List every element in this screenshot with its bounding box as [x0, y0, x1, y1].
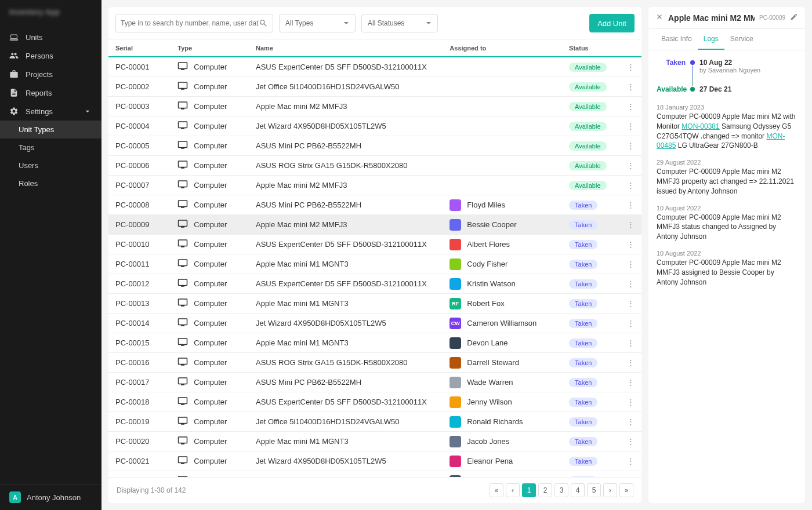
search-icon — [259, 19, 268, 28]
pagination-summary: Displaying 1-30 of 142 — [117, 486, 186, 494]
status-badge: Available — [569, 141, 606, 151]
row-actions-icon[interactable]: ⋮ — [627, 279, 635, 288]
detail-tabs: Basic InfoLogsService — [648, 29, 805, 50]
row-actions-icon[interactable]: ⋮ — [627, 378, 635, 387]
row-actions-icon[interactable]: ⋮ — [627, 398, 635, 406]
sidebar-item-projects[interactable]: Projects — [0, 65, 102, 83]
row-actions-icon[interactable]: ⋮ — [627, 417, 635, 426]
row-actions-icon[interactable]: ⋮ — [627, 122, 635, 130]
table-row[interactable]: PC-00006ComputerASUS ROG Strix GA15 G15D… — [108, 156, 641, 176]
row-actions-icon[interactable]: ⋮ — [627, 102, 635, 111]
table-row[interactable]: PC-00012ComputerASUS ExpertCenter D5 SFF… — [108, 274, 641, 294]
row-actions-icon[interactable]: ⋮ — [627, 260, 635, 268]
main: All Types All Statuses Add Unit Serial T… — [102, 0, 648, 510]
row-actions-icon[interactable]: ⋮ — [627, 181, 635, 190]
row-actions-icon[interactable]: ⋮ — [627, 319, 635, 327]
tab-service[interactable]: Service — [724, 29, 759, 50]
row-actions-icon[interactable]: ⋮ — [627, 358, 635, 367]
computer-icon — [177, 416, 188, 428]
col-assigned[interactable]: Assigned to — [443, 40, 562, 57]
table-row[interactable]: PC-00001ComputerASUS ExpertCenter D5 SFF… — [108, 57, 641, 77]
table-row[interactable]: PC-00002ComputerJet Office 5i10400D16HD1… — [108, 77, 641, 97]
table-row[interactable]: PC-00015ComputerApple Mac mini M1 MGNT3D… — [108, 333, 641, 353]
row-actions-icon[interactable]: ⋮ — [627, 63, 635, 71]
table-row[interactable]: PC-00011ComputerApple Mac mini M1 MGNT3C… — [108, 254, 641, 274]
row-actions-icon[interactable]: ⋮ — [627, 141, 635, 150]
user-avatar: A — [9, 491, 21, 503]
table-row[interactable]: PC-00017ComputerASUS Mini PC PB62-B5522M… — [108, 373, 641, 392]
tab-basic-info[interactable]: Basic Info — [655, 29, 698, 50]
table-row[interactable]: PC-00021ComputerJet Wizard 4X950D8HD05X1… — [108, 451, 641, 471]
status-badge: Taken — [569, 437, 597, 446]
avatar — [449, 219, 461, 231]
col-status[interactable]: Status — [562, 40, 620, 57]
row-actions-icon[interactable]: ⋮ — [627, 201, 635, 209]
log-entry: 10 August 2022Computer PC-00009 Apple Ma… — [657, 250, 797, 287]
row-actions-icon[interactable]: ⋮ — [627, 161, 635, 170]
sidebar-subitem-roles[interactable]: Roles — [0, 174, 102, 192]
table-row[interactable]: PC-00004ComputerJet Wizard 4X950D8HD05X1… — [108, 116, 641, 136]
tab-logs[interactable]: Logs — [698, 29, 724, 50]
col-name[interactable]: Name — [249, 40, 443, 57]
col-type[interactable]: Type — [171, 40, 249, 57]
page-next[interactable]: › — [603, 483, 617, 497]
row-actions-icon[interactable]: ⋮ — [627, 299, 635, 308]
add-unit-button[interactable]: Add Unit — [589, 14, 635, 32]
table-row[interactable]: PC-00020ComputerApple Mac mini M1 MGNT3J… — [108, 432, 641, 451]
search-field[interactable] — [121, 19, 259, 27]
page-4[interactable]: 4 — [571, 483, 585, 497]
search-input[interactable] — [115, 14, 273, 32]
table-row[interactable]: PC-00019ComputerJet Office 5i10400D16HD1… — [108, 412, 641, 432]
log-text: Computer PC-00009 Apple Mac mini M2 MMFJ… — [657, 213, 797, 242]
row-actions-icon[interactable]: ⋮ — [627, 220, 635, 229]
page-prev[interactable]: ‹ — [506, 483, 520, 497]
avatar — [449, 357, 461, 369]
row-actions-icon[interactable]: ⋮ — [627, 82, 635, 91]
type-filter[interactable]: All Types — [279, 14, 356, 32]
sidebar-subitem-tags[interactable]: Tags — [0, 139, 102, 156]
sidebar-user[interactable]: A Antony Johnson — [0, 484, 102, 510]
detail-panel: Apple Mac mini M2 MM... PC-00009 Basic I… — [648, 7, 805, 503]
computer-icon — [177, 376, 188, 388]
status-filter[interactable]: All Statuses — [361, 14, 438, 32]
cell-name: Jet Wizard 4X950D8HD05X105TL2W5 — [249, 314, 443, 333]
row-actions-icon[interactable]: ⋮ — [627, 437, 635, 446]
sidebar-item-persons[interactable]: Persons — [0, 46, 102, 65]
assigned-name: Darrell Steward — [467, 358, 519, 367]
table-row[interactable]: PC-00007ComputerApple Mac mini M2 MMFJ3A… — [108, 176, 641, 195]
sidebar-item-units[interactable]: Units — [0, 28, 102, 46]
close-icon[interactable] — [655, 13, 664, 23]
page-5[interactable]: 5 — [587, 483, 601, 497]
table-row[interactable]: PC-00016ComputerASUS ROG Strix GA15 G15D… — [108, 353, 641, 373]
assigned-name: Kristin Watson — [467, 279, 515, 288]
table-row[interactable]: PC-00014ComputerJet Wizard 4X950D8HD05X1… — [108, 314, 641, 333]
col-serial[interactable]: Serial — [108, 40, 171, 57]
page-first[interactable]: « — [490, 483, 503, 497]
sidebar-item-settings[interactable]: Settings — [0, 102, 102, 121]
sidebar-item-reports[interactable]: Reports — [0, 83, 102, 102]
log-entry: 10 August 2022Computer PC-00009 Apple Ma… — [657, 205, 797, 242]
row-actions-icon[interactable]: ⋮ — [627, 338, 635, 347]
sidebar-subitem-unit-types[interactable]: Unit Types — [0, 121, 102, 139]
page-2[interactable]: 2 — [538, 483, 552, 497]
table-row[interactable]: PC-00010ComputerASUS ExpertCenter D5 SFF… — [108, 235, 641, 254]
cell-assigned — [443, 136, 562, 156]
sidebar-subitem-users[interactable]: Users — [0, 156, 102, 174]
table-row[interactable]: PC-00018ComputerASUS ExpertCenter D5 SFF… — [108, 392, 641, 412]
cell-assigned: Cody Fisher — [443, 254, 562, 274]
table-row[interactable]: PC-00022ComputerASUS ROG Strix GA15 G15D… — [108, 471, 641, 478]
table-row[interactable]: PC-00013ComputerApple Mac mini M1 MGNT3R… — [108, 294, 641, 314]
page-3[interactable]: 3 — [554, 483, 568, 497]
avatar — [449, 396, 461, 408]
row-actions-icon[interactable]: ⋮ — [627, 457, 635, 465]
row-actions-icon[interactable]: ⋮ — [627, 240, 635, 249]
app-logo: Inventory App — [0, 0, 102, 23]
page-1[interactable]: 1 — [522, 483, 536, 497]
page-last[interactable]: » — [619, 483, 633, 497]
status-badge: Taken — [569, 338, 597, 348]
table-row[interactable]: PC-00005ComputerASUS Mini PC PB62-B5522M… — [108, 136, 641, 156]
table-row[interactable]: PC-00008ComputerASUS Mini PC PB62-B5522M… — [108, 195, 641, 215]
table-row[interactable]: PC-00009ComputerApple Mac mini M2 MMFJ3B… — [108, 215, 641, 235]
table-row[interactable]: PC-00003ComputerApple Mac mini M2 MMFJ3A… — [108, 97, 641, 116]
edit-icon[interactable] — [790, 13, 798, 23]
